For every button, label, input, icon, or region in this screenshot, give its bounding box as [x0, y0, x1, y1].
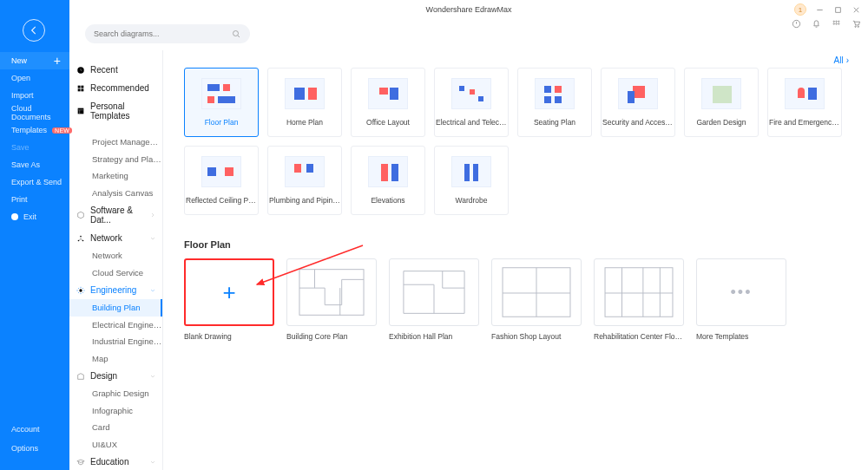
category-card[interactable]: Security and Access Pl... [601, 68, 675, 137]
svg-point-9 [79, 289, 82, 291]
sec-recent[interactable]: Recent [69, 61, 162, 79]
all-link[interactable]: All› [834, 55, 849, 65]
sec-sub[interactable]: Electrical Engineering [69, 317, 162, 334]
floorplan-icon [390, 259, 478, 325]
chevron-down-icon [149, 235, 156, 242]
sec-engineering[interactable]: Engineering [69, 281, 162, 299]
category-label: Fire and Emergency Pl... [769, 118, 840, 127]
category-card[interactable]: Office Layout [351, 68, 425, 137]
close-icon[interactable] [852, 5, 861, 15]
sec-sub[interactable]: Analysis Canvas [69, 185, 162, 202]
engineering-icon [76, 286, 85, 295]
window-controls: 1 [794, 3, 861, 16]
svg-rect-2 [81, 85, 83, 88]
template-card[interactable]: Fashion Shop Layout [491, 258, 582, 341]
sec-sub[interactable]: Strategy and Planni... [69, 151, 162, 168]
clock-icon [76, 66, 85, 75]
category-label: Reflected Ceiling Plan [186, 196, 257, 205]
svg-point-18 [838, 23, 839, 24]
sec-personal-templates[interactable]: Personal Templates [69, 97, 162, 125]
sec-sub[interactable]: Network [69, 247, 162, 264]
grid-menu-icon[interactable] [832, 19, 841, 29]
template-label: More Templates [696, 332, 786, 341]
sec-design[interactable]: Design [69, 367, 162, 385]
svg-rect-21 [299, 270, 364, 316]
template-card[interactable]: Exhibition Hall Plan [389, 258, 479, 341]
category-grid: Floor Plan Home Plan Office Layout Elect… [184, 68, 851, 215]
category-card[interactable]: Plumbing and Piping ... [267, 146, 342, 215]
svg-rect-5 [78, 108, 84, 114]
svg-point-10 [233, 31, 239, 36]
category-card[interactable]: Garden Design [684, 68, 759, 137]
sec-sub[interactable]: Graphic Design [69, 385, 162, 402]
template-blank-drawing[interactable]: + Blank Drawing [184, 258, 274, 341]
app-title: Wondershare EdrawMax [426, 5, 512, 14]
svg-rect-3 [78, 88, 81, 91]
bell-icon[interactable] [812, 19, 821, 29]
sec-recommended[interactable]: Recommended [69, 79, 162, 97]
sec-sub[interactable]: Card [69, 419, 162, 436]
category-card[interactable]: Fire and Emergency Pl... [767, 68, 842, 137]
sec-education[interactable]: Education [69, 453, 162, 470]
notification-badge[interactable]: 1 [794, 3, 806, 16]
nav-templates[interactable]: Templates NEW [0, 121, 69, 139]
template-label: Blank Drawing [184, 332, 274, 341]
sec-network[interactable]: Network [69, 229, 162, 247]
arrow-left-icon [28, 24, 40, 36]
template-more[interactable]: ••• More Templates [696, 258, 786, 341]
nav-new[interactable]: New [0, 52, 69, 69]
svg-point-16 [833, 23, 834, 24]
nav-save-as[interactable]: Save As [0, 156, 69, 173]
template-label: Rehabilitation Center Floor Pl... [594, 332, 684, 341]
sec-sub[interactable]: Project Management [69, 134, 162, 151]
category-thumb [201, 78, 241, 109]
category-floor-plan[interactable]: Floor Plan [184, 68, 259, 137]
alert-icon[interactable] [792, 19, 801, 29]
sec-sub[interactable]: Industrial Engineeri... [69, 333, 162, 350]
svg-point-14 [836, 21, 837, 22]
cart-icon[interactable] [852, 19, 861, 29]
network-icon [76, 234, 85, 243]
exit-bullet-icon [11, 213, 18, 220]
chevron-down-icon [149, 287, 156, 294]
nav-print[interactable]: Print [0, 191, 69, 208]
sec-sub[interactable]: Marketing [69, 167, 162, 185]
nav-exit[interactable]: Exit [0, 208, 69, 225]
maximize-icon[interactable] [833, 5, 843, 15]
education-icon [76, 458, 85, 467]
nav-account[interactable]: Account [0, 420, 69, 439]
category-card[interactable]: Home Plan [267, 68, 342, 137]
nav-export-send[interactable]: Export & Send [0, 173, 69, 191]
category-card[interactable]: Elevations [351, 146, 425, 215]
category-card[interactable]: Wardrobe [434, 146, 509, 215]
sec-sub[interactable]: UI&UX [69, 436, 162, 454]
nav-options[interactable]: Options [0, 439, 69, 458]
template-card[interactable]: Rehabilitation Center Floor Pl... [594, 258, 684, 341]
search-box[interactable] [85, 24, 250, 43]
category-card[interactable]: Seating Plan [517, 68, 592, 137]
category-label: Floor Plan [205, 118, 239, 127]
sec-sub[interactable]: Cloud Service [69, 264, 162, 282]
sec-sub[interactable]: Map [69, 350, 162, 368]
sec-sub[interactable]: Infographic [69, 402, 162, 420]
header-tools [792, 19, 861, 29]
category-label: Electrical and Telecom... [436, 118, 507, 127]
sidebar-primary: New Open Import Cloud Documents Template… [0, 0, 69, 470]
floorplan-icon [492, 259, 581, 325]
category-card[interactable]: Electrical and Telecom... [434, 68, 509, 137]
nav-cloud-documents[interactable]: Cloud Documents [0, 104, 69, 121]
template-card[interactable]: Building Core Plan [286, 258, 377, 341]
nav-open[interactable]: Open [0, 69, 69, 87]
category-card[interactable]: Reflected Ceiling Plan [184, 146, 259, 215]
search-input[interactable] [94, 29, 231, 38]
nav-import[interactable]: Import [0, 87, 69, 104]
sidebar-secondary: Recent Recommended Personal Templates Pr… [69, 50, 163, 470]
sec-software-data[interactable]: Software & Dat... [69, 201, 162, 229]
svg-point-6 [80, 235, 82, 237]
svg-rect-23 [605, 268, 673, 317]
back-button[interactable] [23, 19, 45, 42]
chevron-down-icon [149, 459, 156, 466]
minimize-icon[interactable] [815, 5, 825, 15]
category-label: Security and Access Pl... [602, 118, 674, 127]
sec-sub-building-plan[interactable]: Building Plan [69, 299, 162, 317]
